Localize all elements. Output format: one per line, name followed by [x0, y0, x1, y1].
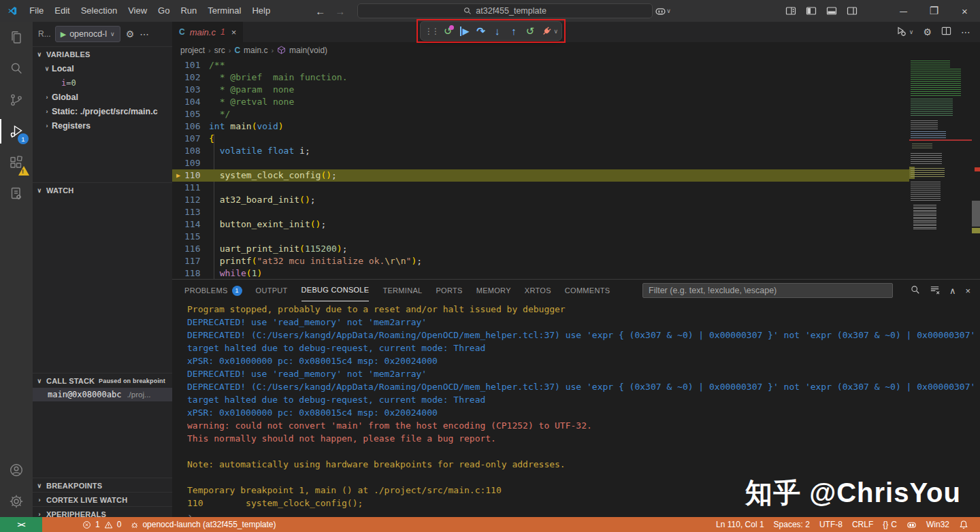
panel-tab-memory[interactable]: MEMORY	[476, 280, 511, 301]
code-line[interactable]: 118 while(1)	[172, 267, 909, 279]
run-and-debug-icon[interactable]: 1	[0, 116, 33, 147]
clear-console-icon[interactable]	[930, 284, 940, 297]
panel-tab-ports[interactable]: PORTS	[436, 280, 462, 301]
variables-header[interactable]: ∨VARIABLES	[33, 46, 172, 61]
stack-frame-row[interactable]: main@0x08000abc ./proj...	[33, 388, 172, 401]
step-over-button[interactable]: ↷	[474, 23, 489, 39]
launch-config-dropdown[interactable]: ▶ openocd-l ∨	[55, 26, 120, 42]
overview-ruler[interactable]	[972, 58, 980, 279]
restore-button[interactable]: ❐	[919, 0, 949, 22]
panel-tab-comments[interactable]: COMMENTS	[565, 280, 610, 301]
code-line[interactable]: 101/**	[172, 59, 909, 71]
encoding[interactable]: UTF-8	[815, 517, 847, 532]
run-or-debug-icon[interactable]	[896, 26, 906, 39]
xperipherals-header[interactable]: ›XPERIPHERALS	[33, 506, 172, 517]
tab-close-icon[interactable]: ×	[231, 27, 237, 37]
toggle-panel-icon[interactable]	[821, 0, 842, 22]
menu-edit[interactable]: Edit	[49, 0, 75, 22]
breadcrumb-item-project[interactable]: project	[180, 46, 205, 55]
code-line[interactable]: 109	[172, 157, 909, 169]
more-actions-icon[interactable]: ⋯	[140, 29, 149, 39]
menu-go[interactable]: Go	[152, 0, 175, 22]
device-config-icon[interactable]	[0, 178, 33, 210]
toggle-primary-sidebar-icon[interactable]	[801, 0, 821, 22]
start-debug-icon[interactable]: ▶	[61, 30, 66, 39]
menu-selection[interactable]: Selection	[76, 0, 122, 22]
nav-back-icon[interactable]: ←	[315, 5, 325, 17]
nav-forward-icon[interactable]: →	[335, 5, 345, 17]
console-filter-input[interactable]	[642, 283, 893, 298]
code-editor[interactable]: 101/**102 * @brief main function.103 * @…	[172, 58, 980, 279]
maximize-panel-icon[interactable]: ∧	[949, 286, 956, 296]
breadcrumb-item-main-c[interactable]: main.c	[244, 46, 267, 55]
variables-item[interactable]: ›Global	[33, 90, 172, 104]
disconnect-button[interactable]	[539, 23, 554, 39]
close-button[interactable]: ×	[949, 0, 980, 22]
copilot-icon[interactable]: ∨	[653, 0, 673, 22]
code-line[interactable]: 102 * @brief main function.	[172, 71, 909, 84]
cortex-live-watch-header[interactable]: ›CORTEX LIVE WATCH	[33, 492, 172, 507]
chevron-down-icon[interactable]: ∨	[909, 29, 914, 35]
code-line[interactable]: 107{	[172, 133, 909, 145]
code-line[interactable]: 104 * @retval none	[172, 96, 909, 108]
menu-view[interactable]: View	[122, 0, 152, 22]
more-actions-icon[interactable]: ⋯	[961, 27, 970, 37]
code-line[interactable]: 103 * @param none	[172, 84, 909, 96]
tab-main-c[interactable]: C main.c 1 ×	[172, 22, 244, 42]
panel-tab-xrtos[interactable]: XRTOS	[525, 280, 551, 301]
variables-item[interactable]: ›Static: ./project/src/main.c	[33, 104, 172, 118]
editor-settings-gear-icon[interactable]: ⚙	[923, 27, 932, 37]
language-mode[interactable]: {} C	[878, 517, 902, 532]
code-line[interactable]: 115	[172, 231, 909, 243]
settings-gear-icon[interactable]	[0, 486, 33, 517]
menu-run[interactable]: Run	[175, 0, 202, 22]
variables-item[interactable]: ∨Local	[33, 61, 172, 76]
debug-session-status[interactable]: openocd-launch (at32f455_template)	[126, 517, 280, 532]
restart-button[interactable]: ↺	[523, 23, 538, 39]
customize-layout-icon[interactable]	[781, 0, 801, 22]
code-line[interactable]: 117 printf("at32 mcu initialize ok.\r\n"…	[172, 255, 909, 267]
panel-tab-debug-console[interactable]: DEBUG CONSOLE	[301, 280, 370, 301]
panel-tab-problems[interactable]: PROBLEMS1	[184, 280, 242, 301]
console-search-icon[interactable]	[911, 285, 920, 297]
code-line[interactable]: 111	[172, 182, 909, 194]
command-center-search[interactable]: at32f455_template	[357, 3, 653, 18]
source-control-icon[interactable]	[0, 84, 33, 116]
code-line[interactable]: 112 at32_board_init();	[172, 194, 909, 206]
menu-help[interactable]: Help	[246, 0, 276, 22]
debug-settings-gear-icon[interactable]: ⚙	[126, 29, 135, 39]
breakpoints-header[interactable]: ∨BREAKPOINTS	[33, 478, 172, 493]
copilot-status-icon[interactable]	[902, 517, 921, 532]
indentation[interactable]: Spaces: 2	[769, 517, 815, 532]
menu-terminal[interactable]: Terminal	[202, 0, 246, 22]
code-line[interactable]: 105 */	[172, 108, 909, 120]
call-stack-header[interactable]: ∨CALL STACK Paused on breakpoint	[33, 373, 172, 388]
notifications-bell-icon[interactable]	[954, 517, 973, 532]
code-line[interactable]: 113	[172, 206, 909, 218]
split-editor-icon[interactable]	[941, 26, 951, 38]
step-into-button[interactable]: ↓	[490, 23, 505, 39]
extensions-icon[interactable]: !	[0, 147, 33, 178]
breadcrumb-item-main-void-[interactable]: main(void)	[289, 46, 327, 55]
remote-indicator[interactable]: ><	[0, 517, 42, 532]
close-panel-icon[interactable]: ×	[965, 286, 970, 296]
debug-toolbar-chevron-icon[interactable]: ∨	[553, 28, 558, 35]
gripper-button[interactable]: ⋮⋮	[424, 23, 439, 39]
code-line[interactable]: 108 volatile float i;	[172, 145, 909, 157]
minimize-button[interactable]: ─	[888, 0, 919, 22]
variables-item[interactable]: i = 0	[33, 76, 172, 90]
account-icon[interactable]	[0, 454, 33, 486]
code-line[interactable]: 106int main(void)	[172, 120, 909, 133]
breadcrumb[interactable]: project›src›Cmain.c›main(void)	[172, 42, 980, 58]
code-line[interactable]: 116 uart_print_init(115200);	[172, 243, 909, 255]
code-line[interactable]: 114 button_exint_init();	[172, 218, 909, 231]
variables-item[interactable]: ›Registers	[33, 118, 172, 133]
problems-status[interactable]: 1 0	[78, 517, 126, 532]
platform[interactable]: Win32	[921, 517, 954, 532]
breadcrumb-item-src[interactable]: src	[214, 46, 225, 55]
continue-button[interactable]: ▶	[457, 23, 472, 39]
eol-sequence[interactable]: CRLF	[847, 517, 878, 532]
reset-button[interactable]: ↺	[440, 23, 455, 39]
step-out-button[interactable]: ↑	[506, 23, 521, 39]
panel-tab-output[interactable]: OUTPUT	[256, 280, 288, 301]
